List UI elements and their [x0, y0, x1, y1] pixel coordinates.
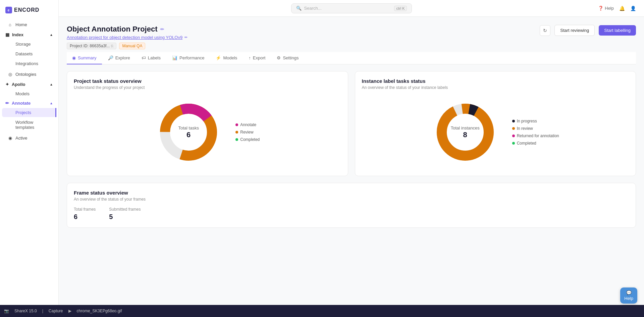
sidebar-item-integrations[interactable]: Integrations — [2, 59, 56, 68]
sidebar-index-label: Index — [12, 32, 23, 37]
bottom-filename: chrome_SK3EPg68eo.gif — [77, 309, 122, 313]
bottom-capture-label: Capture — [49, 309, 63, 313]
help-button[interactable]: ❓ Help — [598, 6, 614, 11]
tab-explore[interactable]: 🔎 Explore — [103, 52, 136, 64]
bottom-sharex-label: ShareX 15.0 — [14, 309, 37, 313]
task-chart-area: Total tasks 6 Annotate Review — [74, 95, 341, 169]
sidebar-apollo-label: Apollo — [12, 82, 25, 87]
task-status-card: Project task status overview Understand … — [67, 71, 348, 176]
sidebar-item-projects[interactable]: Projects — [2, 108, 56, 117]
instance-status-subtitle: An overview of the status of your instan… — [362, 85, 629, 90]
labels-tab-icon: 🏷 — [142, 55, 146, 60]
sidebar-item-home[interactable]: ⌂ Home — [2, 19, 56, 30]
help-float-label: Help — [624, 296, 633, 301]
sidebar-annotate-label: Annotate — [12, 101, 31, 106]
models-tab-icon: ⚡ — [216, 55, 221, 60]
frame-status-title: Frame status overview — [74, 190, 629, 196]
topbar: 🔍 Search... ctrl K ❓ Help 🔔 👤 — [59, 0, 644, 17]
instance-donut-label: Total instances 8 — [451, 125, 480, 139]
project-description: Annotation project for object detection … — [67, 35, 187, 40]
help-float-button[interactable]: 💬 Help — [620, 287, 637, 304]
review-dot — [235, 131, 238, 134]
bottom-bar: 📷 ShareX 15.0 | Capture ▶ chrome_SK3EPg6… — [0, 305, 644, 317]
export-tab-icon: ↑ — [249, 55, 251, 60]
home-icon: ⌂ — [7, 22, 13, 27]
sidebar-group-index[interactable]: ▦ Index ▲ — [0, 30, 58, 39]
instance-completed-dot — [512, 142, 515, 145]
instance-status-card: Instance label tasks status An overview … — [355, 71, 636, 176]
frame-status-card: Frame status overview An overview of the… — [67, 183, 636, 228]
sidebar-item-active[interactable]: ◉ Active — [2, 133, 56, 143]
sidebar-item-datasets[interactable]: Datasets — [2, 49, 56, 58]
submitted-frames-stat: Submitted frames 5 — [109, 207, 141, 221]
tab-performance[interactable]: 📊 Performance — [167, 52, 210, 64]
logo-icon: e — [5, 7, 12, 13]
annotate-dot — [235, 123, 238, 126]
help-float-icon: 💬 — [626, 290, 632, 295]
project-id-badge: Project ID: 86635a3f... ⎘ — [67, 43, 116, 49]
legend-item-inreview: In review — [512, 126, 559, 131]
topbar-actions: ❓ Help 🔔 👤 — [598, 6, 636, 11]
frame-stats: Total frames 6 Submitted frames 5 — [74, 207, 629, 221]
sidebar-item-ontologies[interactable]: ◎ Ontologies — [2, 69, 56, 80]
explore-tab-icon: 🔎 — [108, 55, 113, 60]
header-actions: ↻ Start reviewing Start labelling — [540, 25, 636, 36]
instance-legend: In progress In review Returned for annot… — [512, 119, 559, 146]
bottom-separator: | — [42, 309, 43, 313]
content-area: Object Annotation Project ✏ Annotation p… — [59, 17, 644, 317]
sidebar-home-label: Home — [15, 22, 27, 27]
edit-desc-icon[interactable]: ✏ — [184, 35, 187, 40]
edit-title-icon[interactable]: ✏ — [160, 27, 164, 32]
legend-item-inprogress: In progress — [512, 119, 559, 123]
bottom-arrow: ▶ — [68, 309, 71, 313]
instance-donut-chart: Total instances 8 — [432, 99, 499, 166]
project-meta: Project ID: 86635a3f... ⎘ Manual QA — [67, 43, 187, 49]
task-donut-chart: Total tasks 6 — [155, 99, 222, 166]
help-icon: ❓ — [598, 6, 603, 11]
sidebar-item-models[interactable]: Models — [2, 89, 56, 98]
tab-summary[interactable]: ◉ Summary — [67, 52, 102, 64]
search-bar[interactable]: 🔍 Search... ctrl K — [291, 3, 412, 13]
start-reviewing-button[interactable]: Start reviewing — [554, 25, 595, 36]
notification-icon[interactable]: 🔔 — [619, 6, 625, 11]
project-info: Object Annotation Project ✏ Annotation p… — [67, 25, 187, 49]
start-labelling-button[interactable]: Start labelling — [599, 25, 636, 36]
task-status-title: Project task status overview — [74, 78, 341, 84]
legend-item-completed: Completed — [235, 137, 260, 142]
tab-models[interactable]: ⚡ Models — [210, 52, 243, 64]
app-name: ENCORD — [14, 7, 39, 13]
tab-settings[interactable]: ⚙ Settings — [271, 52, 304, 64]
performance-tab-icon: 📊 — [172, 55, 177, 60]
project-tabs: ◉ Summary 🔎 Explore 🏷 Labels 📊 Performan… — [67, 52, 636, 64]
frame-status-subtitle: An overview of the status of your frames — [74, 197, 629, 202]
user-icon[interactable]: 👤 — [630, 6, 636, 11]
inprogress-dot — [512, 120, 515, 122]
charts-row: Project task status overview Understand … — [67, 71, 636, 176]
sidebar-item-storage[interactable]: Storage — [2, 40, 56, 49]
task-status-subtitle: Understand the progress of your project — [74, 85, 341, 90]
main-area: 🔍 Search... ctrl K ❓ Help 🔔 👤 Object Ann… — [59, 0, 644, 317]
sidebar-group-apollo[interactable]: ✦ Apollo ▲ — [0, 80, 58, 89]
task-donut-label: Total tasks 6 — [178, 125, 199, 139]
ontologies-icon: ◎ — [7, 71, 13, 77]
manual-qa-badge: Manual QA — [119, 43, 145, 49]
instance-status-title: Instance label tasks status — [362, 78, 629, 84]
copy-id-icon[interactable]: ⎘ — [111, 44, 113, 48]
tab-export[interactable]: ↑ Export — [243, 52, 271, 64]
summary-tab-icon: ◉ — [72, 55, 76, 60]
legend-item-annotate: Annotate — [235, 122, 260, 127]
project-title-row: Object Annotation Project ✏ — [67, 25, 187, 34]
legend-item-instance-completed: Completed — [512, 141, 559, 146]
instance-chart-area: Total instances 8 In progress In review — [362, 95, 629, 169]
annotate-icon: ✏ — [5, 101, 9, 106]
sidebar: e ENCORD ⌂ Home ▦ Index ▲ Storage Datase… — [0, 0, 59, 317]
total-frames-stat: Total frames 6 — [74, 207, 96, 221]
sidebar-item-workflow-templates[interactable]: Workflow templates — [2, 118, 56, 132]
legend-item-review: Review — [235, 130, 260, 135]
sidebar-group-annotate[interactable]: ✏ Annotate ▲ — [0, 99, 58, 108]
index-icon: ▦ — [5, 32, 9, 37]
refresh-button[interactable]: ↻ — [540, 25, 550, 36]
tab-labels[interactable]: 🏷 Labels — [136, 52, 166, 64]
inreview-dot — [512, 127, 515, 130]
legend-item-returned: Returned for annotation — [512, 134, 559, 138]
